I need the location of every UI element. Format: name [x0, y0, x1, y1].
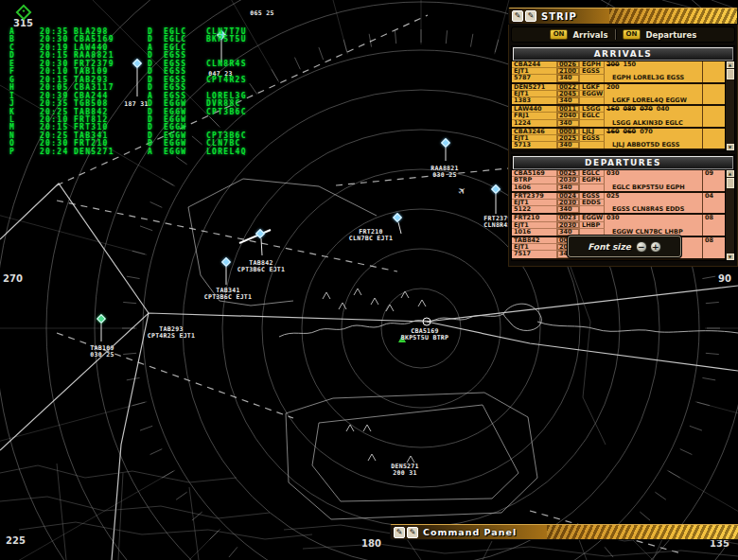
note-icon[interactable]: ✎ [407, 527, 418, 538]
flight-strip-FRT2379[interactable]: FRT23790024EGSS02504EJT12030EDDS5122340E… [512, 193, 725, 216]
arrivals-header: ARRIVALS [513, 47, 733, 61]
strip-callsign: FRT210 [512, 215, 557, 221]
strip-panel-titlebar[interactable]: ✎ ✎ STRIP [508, 8, 738, 25]
altitude-value: 200 [606, 61, 620, 68]
note-icon[interactable]: ✎ [525, 10, 536, 22]
strip-callsign: 1606 [512, 184, 557, 191]
strip-airport: EGGW [580, 215, 605, 221]
arrivals-scrollbar[interactable]: ▲ ▼ [725, 61, 734, 150]
titlebar-stripes [547, 525, 738, 539]
strip-squawk: 0025 [557, 170, 580, 177]
strip-runway [702, 177, 725, 184]
toggle-on-button-departures[interactable]: ON [623, 29, 641, 40]
altitude-value: 160 [606, 129, 620, 135]
flight-strip-DEN5271[interactable]: DEN52710022LGKF200EJT12045EGGW1383340LGK… [512, 84, 725, 107]
aircraft-tag[interactable]: TAB109 030 25 [90, 345, 114, 358]
strip-airport [580, 97, 605, 104]
altitude-value: 030 [606, 170, 620, 177]
command-panel-title: Command Panel [423, 527, 517, 537]
strip-callsign: FRT2379 [512, 193, 557, 200]
strip-altitudes: 030 [605, 215, 702, 221]
strip-airport [580, 120, 605, 127]
strip-runway [702, 91, 725, 97]
font-size-label: Font size [588, 242, 631, 252]
aircraft-position-ring[interactable] [423, 318, 431, 326]
font-size-increase-button[interactable]: + [650, 241, 661, 253]
scroll-down-icon[interactable]: ▼ [727, 254, 734, 260]
strip-airport: EGSS [580, 193, 605, 200]
scroll-up-icon[interactable]: ▲ [727, 170, 734, 177]
strip-runway [702, 97, 725, 104]
strip-runway [702, 113, 725, 119]
strip-panel-body: ONArrivalsONDepartures ARRIVALS CBA24400… [508, 25, 738, 267]
altitude-value: 160 [606, 106, 620, 113]
compass-label-270: 270 [3, 273, 23, 284]
aircraft-tag[interactable]: TAB293 CPT4R2S EJT1 [148, 326, 196, 339]
strip-airport: EGSS [580, 68, 605, 75]
flight-strip-CBA5169[interactable]: CBA51690025EGLC03009BTRP2030EGPH1606340E… [512, 170, 725, 193]
scrollbar-thumb[interactable] [727, 178, 734, 188]
titlebar-stripes [609, 9, 737, 24]
flight-time: 20:24 [40, 148, 69, 156]
aircraft-tag[interactable]: FRT210 CLN7BC EJT1 [349, 229, 393, 241]
strip-callsign: DEN5271 [512, 84, 557, 91]
flight-strip-CBA3246[interactable]: CBA32460003LJLJ160060070EJT12025EGSS5713… [512, 129, 725, 151]
edit-icon[interactable]: ✎ [394, 527, 405, 538]
toggle-on-button-arrivals[interactable]: ON [550, 29, 569, 40]
strip-altitudes: LJLJ ABBOT5D EGSS [605, 142, 702, 149]
compass-label-180: 180 [361, 538, 381, 549]
aircraft-tag[interactable]: RAA8821 030 25 [430, 166, 459, 178]
strip-altitudes [605, 68, 702, 75]
scroll-up-icon[interactable]: ▲ [727, 61, 734, 68]
strip-airport [580, 229, 605, 236]
aircraft-tag[interactable]: CBA5169 BKP5T5U BTRP [401, 328, 449, 341]
strip-squawk: 340 [557, 120, 580, 127]
strip-callsign: 7517 [512, 251, 557, 257]
strip-callsign: EJT1 [512, 91, 557, 97]
scrollbar-thumb[interactable] [727, 69, 734, 79]
aircraft-tag[interactable]: TAB341 CPT3B6C EJT1 [204, 288, 253, 300]
strip-airport: EGGW [580, 91, 605, 97]
strip-altitudes: LGKF LOREL4Q EGGW [605, 97, 702, 104]
arrivals-section: ARRIVALS CBA2440026EGPH200150EJT12100EGS… [511, 45, 735, 151]
strip-altitudes: 200150 [605, 61, 702, 68]
flight-strip-LAW440[interactable]: LAW4400011LSGG160080070040FRJ12040EGLC12… [512, 106, 725, 129]
font-size-panel: Font size − + [568, 236, 681, 257]
flight-id: P [9, 148, 15, 156]
strip-squawk: 2100 [557, 68, 580, 75]
edit-icon[interactable]: ✎ [512, 10, 523, 22]
strip-callsign: EJT1 [512, 244, 557, 251]
strip-altitudes: EGPH LOREL3G EGSS [605, 75, 702, 81]
strip-squawk: 2025 [557, 135, 580, 142]
strip-squawk: 340 [557, 142, 580, 149]
strip-airport: LGKF [580, 84, 605, 91]
strip-runway: 04 [702, 193, 725, 200]
flight-list-row[interactable]: P20:24DEN5271AEGGWLOREL4Q [9, 148, 322, 156]
flight-strip-FRT210[interactable]: FRT2100023EGGW03008EJT12030LHBP1016340EG… [512, 215, 725, 237]
strip-squawk: 340 [557, 75, 580, 81]
font-size-decrease-button[interactable]: − [636, 241, 647, 253]
strip-squawk: 340 [557, 97, 580, 104]
strip-squawk: 0003 [557, 129, 580, 135]
strip-squawk: 0023 [557, 215, 580, 221]
strip-panel: ✎ ✎ STRIP ONArrivalsONDepartures ARRIVAL… [508, 8, 738, 267]
altitude-value: 060 [624, 129, 637, 135]
aircraft-tag[interactable]: 065 25 [250, 10, 273, 17]
strip-altitudes: EGLC BKP5T5U EGPH [605, 184, 702, 191]
strip-runway: 08 [702, 215, 725, 221]
departures-scrollbar[interactable]: ▲ ▼ [725, 170, 734, 259]
flight-callsign: DEN5271 [74, 148, 114, 156]
strip-runway [702, 84, 725, 91]
strip-squawk: 2040 [557, 113, 580, 119]
flight-strip-CBA244[interactable]: CBA2440026EGPH200150EJT12100EGSS5787340E… [512, 61, 725, 84]
altitude-value: 200 [606, 84, 620, 91]
aircraft-tag[interactable]: DEN5271 200 31 [391, 464, 419, 476]
strip-altitudes [605, 135, 702, 142]
strip-runway [702, 106, 725, 113]
scroll-down-icon[interactable]: ▼ [727, 144, 734, 150]
strip-callsign: 5122 [512, 206, 557, 213]
aircraft-tag[interactable]: TAB842 CPT3B6C EJT1 [237, 260, 286, 272]
command-panel-titlebar[interactable]: ✎ ✎ Command Panel [390, 524, 738, 540]
strip-callsign: TAB842 [512, 237, 557, 244]
strip-airport [580, 184, 605, 191]
